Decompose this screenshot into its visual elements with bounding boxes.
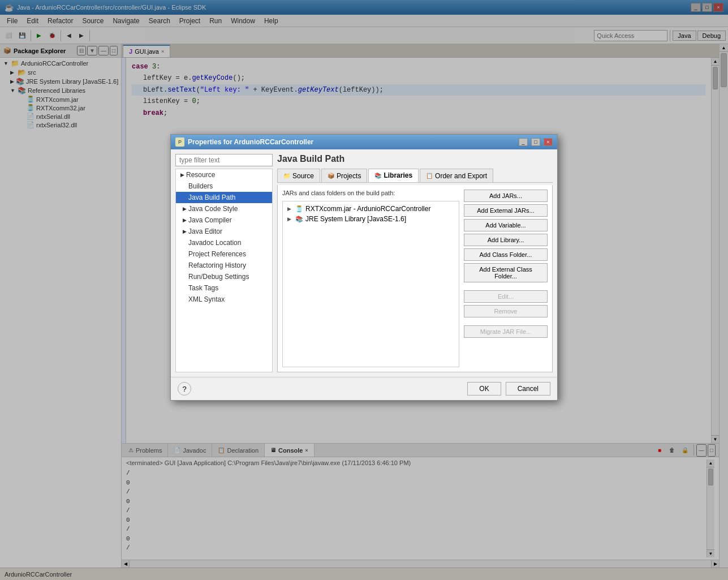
maximize-button[interactable]: □: [702, 3, 712, 12]
left-item-project-refs[interactable]: Project References: [176, 248, 272, 260]
save-button[interactable]: 💾: [16, 29, 28, 42]
left-item-build-path[interactable]: Java Build Path: [176, 192, 272, 203]
console-scrollbar-h[interactable]: ◀ ▶: [122, 560, 719, 568]
build-path-tree[interactable]: ▶ 🫙 RXTXcomm.jar - ArdunioRCCarControlle…: [282, 201, 459, 367]
forward-button[interactable]: ▶: [76, 29, 87, 42]
menu-edit[interactable]: Edit: [22, 16, 43, 26]
filter-input[interactable]: [175, 154, 273, 166]
dialog-maximize[interactable]: □: [531, 138, 540, 146]
left-item-editor[interactable]: ▶ Java Editor: [176, 226, 272, 237]
left-item-xml[interactable]: XML Syntax: [176, 294, 272, 305]
scrollbar-arrow-down[interactable]: ▼: [712, 435, 719, 443]
perspective-debug-button[interactable]: Debug: [697, 31, 726, 41]
menu-window[interactable]: Window: [226, 16, 260, 26]
add-library-button[interactable]: Add Library...: [464, 234, 548, 246]
debug-run-button[interactable]: 🐞: [46, 29, 58, 42]
left-item-run-debug[interactable]: Run/Debug Settings: [176, 271, 272, 282]
dialog-tab-projects[interactable]: 📦 Projects: [321, 169, 367, 182]
scrollbar-arrow-up[interactable]: ▲: [712, 58, 719, 66]
tree-item-reflibs[interactable]: ▼ 📚 Referenced Libraries: [1, 86, 120, 95]
tree-item-project[interactable]: ▼ 📁 ArdunioRCCarController: [1, 59, 120, 68]
menu-help[interactable]: Help: [260, 16, 283, 26]
bp-label-1: RXTXcomm.jar - ArdunioRCCarController: [305, 205, 430, 213]
panel-minimize-button[interactable]: —: [98, 46, 109, 55]
right-margin-scrollbar[interactable]: ▲: [719, 44, 728, 568]
console-content[interactable]: <terminated> GUI [Java Application] C:\P…: [122, 457, 719, 560]
tab-javadoc[interactable]: 📄 Javadoc: [168, 444, 212, 457]
add-class-folder-button[interactable]: Add Class Folder...: [464, 248, 548, 261]
menu-project[interactable]: Project: [175, 16, 205, 26]
console-close-icon[interactable]: ×: [305, 448, 308, 453]
console-line-4: 0: [126, 497, 707, 506]
remove-button[interactable]: Remove: [464, 305, 548, 317]
dialog-right-panel: Java Build Path 📁 Source 📦 Projects 📚 Li…: [277, 154, 553, 372]
clear-console-button[interactable]: 🗑: [666, 444, 678, 457]
tree-item-jar2[interactable]: 🫙 RXTXcomm32.jar: [1, 104, 120, 112]
tree-item-dll1[interactable]: 📄 rxtxSerial.dll: [1, 112, 120, 121]
left-item-builders[interactable]: Builders: [176, 181, 272, 192]
build-path-item-1[interactable]: ▶ 🫙 RXTXcomm.jar - ArdunioRCCarControlle…: [285, 204, 456, 214]
minimize-button[interactable]: _: [691, 3, 701, 12]
dialog-tab-source[interactable]: 📁 Source: [277, 169, 320, 182]
migrate-jar-button[interactable]: Migrate JAR File...: [464, 325, 548, 338]
panel-maximize-btn[interactable]: □: [708, 444, 716, 457]
tab-console[interactable]: 🖥 Console ×: [265, 444, 315, 457]
left-item-task-tags[interactable]: Task Tags: [176, 282, 272, 294]
left-item-javadoc[interactable]: Javadoc Location: [176, 237, 272, 248]
add-external-jars-button[interactable]: Add External JARs...: [464, 204, 548, 217]
scroll-lock-button[interactable]: 🔒: [679, 444, 691, 457]
console-scroll-up[interactable]: ▲: [707, 459, 714, 467]
menu-source[interactable]: Source: [77, 16, 108, 26]
dialog-close[interactable]: ×: [544, 138, 553, 146]
menu-navigate[interactable]: Navigate: [108, 16, 144, 26]
tree-item-dll2[interactable]: 📄 rxtxSerial32.dll: [1, 121, 120, 129]
menu-refactor[interactable]: Refactor: [43, 16, 77, 26]
tree-item-src[interactable]: ▶ 📂 src: [1, 68, 120, 77]
dialog-minimize[interactable]: _: [519, 138, 528, 146]
left-item-resource[interactable]: ▶ Resource: [176, 169, 272, 181]
menu-run[interactable]: Run: [205, 16, 226, 26]
scrollbar-thumb-editor[interactable]: [713, 67, 718, 89]
perspective-java-button[interactable]: Java: [673, 31, 696, 41]
close-button[interactable]: ×: [713, 3, 723, 12]
properties-dialog[interactable]: P Properties for ArdunioRCCarController …: [170, 134, 558, 401]
left-item-code-style[interactable]: ▶ Java Code Style: [176, 203, 272, 214]
add-external-class-folder-button[interactable]: Add External Class Folder...: [464, 263, 548, 282]
dialog-tab-order[interactable]: 📋 Order and Export: [420, 169, 493, 182]
cancel-button[interactable]: Cancel: [506, 382, 550, 396]
quick-access-input[interactable]: [594, 30, 667, 41]
close-tab-icon[interactable]: ×: [161, 49, 164, 54]
run-button[interactable]: ▶: [33, 29, 45, 42]
menu-file[interactable]: File: [2, 16, 22, 26]
panel-minimize-btn[interactable]: —: [696, 444, 707, 457]
bp-expand-1[interactable]: ▶: [287, 206, 293, 212]
console-scroll-thumb[interactable]: [708, 469, 713, 486]
console-scrollbar-v[interactable]: ▲ ▼: [707, 459, 714, 557]
console-scroll-down[interactable]: ▼: [707, 549, 714, 557]
left-item-compiler[interactable]: ▶ Java Compiler: [176, 214, 272, 226]
add-jars-button[interactable]: Add JARs...: [464, 190, 548, 202]
terminate-button[interactable]: ■: [654, 444, 665, 457]
editor-tab-gui[interactable]: J GUI.java ×: [123, 45, 170, 57]
panel-maximize-button[interactable]: □: [110, 46, 118, 55]
console-line-6: 0: [126, 515, 707, 525]
tree-item-jar1[interactable]: 🫙 RXTXcomm.jar: [1, 95, 120, 104]
panel-menu-button[interactable]: ▼: [87, 46, 97, 55]
tab-declaration[interactable]: 📋 Declaration: [212, 444, 265, 457]
editor-scrollbar[interactable]: ▲ ▼: [711, 58, 719, 443]
dll1-label: rxtxSerial.dll: [36, 113, 70, 120]
new-button[interactable]: ⬜: [2, 29, 15, 42]
back-button[interactable]: ◀: [63, 29, 75, 42]
build-path-item-2[interactable]: ▶ 📚 JRE System Library [JavaSE-1.6]: [285, 214, 456, 224]
add-variable-button[interactable]: Add Variable...: [464, 219, 548, 231]
dialog-tab-libraries[interactable]: 📚 Libraries: [368, 169, 419, 182]
help-button[interactable]: ?: [178, 382, 191, 396]
ok-button[interactable]: OK: [467, 382, 501, 396]
collapse-all-button[interactable]: ⊟: [77, 46, 86, 55]
edit-button[interactable]: Edit...: [464, 290, 548, 303]
menu-search[interactable]: Search: [144, 16, 175, 26]
tree-item-jre[interactable]: ▶ 📚 JRE System Library [JavaSE-1.6]: [1, 77, 120, 86]
bp-expand-2[interactable]: ▶: [287, 216, 293, 222]
tab-problems[interactable]: ⚠ Problems: [123, 444, 168, 457]
left-item-refactoring[interactable]: Refactoring History: [176, 260, 272, 271]
